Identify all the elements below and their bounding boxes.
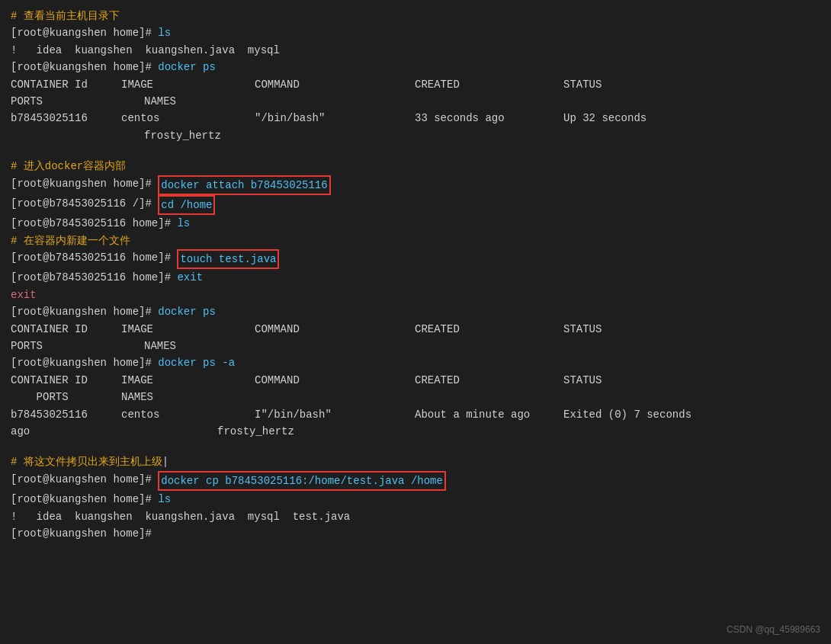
data-created-1: 33 seconds ago: [415, 110, 563, 127]
terminal: # 查看当前主机目录下 [root@kuangshen home]# ls ! …: [11, 8, 820, 542]
data-container-id-2: b78453025116: [11, 406, 121, 423]
line-ls-2: [root@b78453025116 home]# ls: [11, 215, 820, 232]
data-ports-1: [11, 127, 144, 144]
cmd-docker-ps-a: docker ps -a: [158, 354, 235, 371]
table-header-1: CONTAINER IdIMAGECOMMANDCREATEDSTATUS: [11, 76, 820, 93]
cmd-cd-home: cd /home: [161, 199, 212, 211]
highlight-touch: touch test.java: [177, 249, 279, 269]
col-hdr-names-2: NAMES: [144, 338, 176, 354]
col-hdr-ports-3: PORTS: [11, 389, 121, 405]
prompt-3: [root@kuangshen home]#: [11, 175, 158, 195]
data-names-1: frosty_hertz: [144, 127, 221, 144]
col-hdr-status-3: STATUS: [563, 372, 602, 389]
col-hdr-status-2: STATUS: [563, 321, 602, 338]
prompt-10: [root@kuangshen home]#: [11, 471, 158, 491]
table-data-row-2: b78453025116centosI"/bin/bash"About a mi…: [11, 406, 820, 423]
col-hdr-container-id-3: CONTAINER ID: [11, 372, 121, 389]
line-cd-home: [root@b78453025116 /]# cd /home: [11, 195, 820, 215]
data-names-2: frosty_hertz: [121, 423, 294, 440]
ls-output: ! idea kuangshen kuangshen.java mysql: [11, 42, 280, 59]
comment-2: # 进入docker容器内部: [11, 158, 126, 175]
cmd-docker-ps-1: docker ps: [158, 59, 216, 75]
data-status-2: Exited (0) 7 seconds: [563, 406, 691, 423]
prompt-8: [root@kuangshen home]#: [11, 303, 158, 320]
ls-3-output: ! idea kuangshen kuangshen.java mysql te…: [11, 508, 350, 525]
col-hdr-status-1: STATUS: [563, 76, 602, 93]
data-container-id-1: b78453025116: [11, 110, 121, 127]
line-comment3: # 在容器内新建一个文件: [11, 232, 820, 249]
line-docker-cp: [root@kuangshen home]# docker cp b784530…: [11, 471, 820, 491]
table-subheader-3: PORTSNAMES: [11, 389, 820, 405]
prompt-2: [root@kuangshen home]#: [11, 59, 158, 75]
line-docker-ps-1: [root@kuangshen home]# docker ps: [11, 59, 820, 75]
cmd-ls: ls: [158, 24, 171, 41]
table-subheader-2: PORTSNAMES: [11, 338, 820, 354]
table-subheader-1: PORTSNAMES: [11, 93, 820, 110]
col-hdr-names-1: NAMES: [144, 93, 176, 110]
data-command-2: I"/bin/bash": [255, 406, 415, 423]
exit-output: exit: [11, 287, 37, 303]
col-hdr-command-3: COMMAND: [255, 372, 415, 389]
prompt-7: [root@b78453025116 home]#: [11, 269, 177, 286]
line-ls-3-output: ! idea kuangshen kuangshen.java mysql te…: [11, 508, 820, 525]
col-hdr-created-3: CREATED: [415, 372, 563, 389]
line-exit-output: exit: [11, 287, 820, 303]
cmd-ls-3: ls: [158, 491, 171, 508]
cmd-touch: touch test.java: [180, 253, 276, 265]
data-image-1: centos: [121, 110, 255, 127]
prompt-6: [root@b78453025116 home]#: [11, 249, 177, 269]
prompt-9: [root@kuangshen home]#: [11, 354, 158, 371]
data-status-1: Up 32 seconds: [563, 110, 647, 127]
line-comment4: # 将这文件拷贝出来到主机上级|: [11, 453, 820, 470]
table-data-row-1: b78453025116centos"/bin/bash"33 seconds …: [11, 110, 820, 127]
comment-1: # 查看当前主机目录下: [11, 8, 120, 24]
cursor: |: [162, 453, 168, 470]
table-data-row-2-sub: ago frosty_hertz: [11, 423, 820, 440]
data-command-1: "/bin/bash": [255, 110, 415, 127]
line-docker-ps-2: [root@kuangshen home]# docker ps: [11, 303, 820, 320]
comment-4: # 将这文件拷贝出来到主机上级: [11, 453, 162, 470]
line-final-prompt: [root@kuangshen home]#: [11, 525, 820, 542]
blank-1: [11, 144, 820, 158]
col-hdr-ports-2: PORTS: [11, 338, 144, 354]
blank-2: [11, 440, 820, 453]
highlight-cd-home: cd /home: [158, 195, 215, 215]
data-created-2: About a minute ago: [415, 406, 563, 423]
watermark: CSDN @qq_45989663: [727, 624, 820, 635]
highlight-docker-cp: docker cp b78453025116:/home/test.java /…: [158, 471, 446, 491]
highlight-docker-attach: docker attach b78453025116: [158, 175, 330, 195]
line-ls-output: ! idea kuangshen kuangshen.java mysql: [11, 42, 820, 59]
col-hdr-image-1: IMAGE: [121, 76, 255, 93]
line-comment1: # 查看当前主机目录下: [11, 8, 820, 24]
col-hdr-image-2: IMAGE: [121, 321, 255, 338]
cmd-exit: exit: [177, 269, 203, 286]
table-header-3: CONTAINER IDIMAGECOMMANDCREATEDSTATUS: [11, 372, 820, 389]
prompt-5: [root@b78453025116 home]#: [11, 215, 177, 232]
line-ls-3: [root@kuangshen home]# ls: [11, 491, 820, 508]
cmd-ls-2: ls: [177, 215, 190, 232]
line-comment2: # 进入docker容器内部: [11, 158, 820, 175]
comment-3: # 在容器内新建一个文件: [11, 232, 130, 249]
data-ports-2: ago: [11, 423, 121, 440]
col-hdr-names-3: NAMES: [121, 389, 153, 405]
col-hdr-command-2: COMMAND: [255, 321, 415, 338]
cmd-docker-attach: docker attach b78453025116: [161, 179, 327, 191]
col-hdr-container-id-2: CONTAINER ID: [11, 321, 121, 338]
line-ls: [root@kuangshen home]# ls: [11, 24, 820, 41]
cmd-docker-cp: docker cp b78453025116:/home/test.java /…: [161, 475, 443, 487]
col-hdr-container-id-1: CONTAINER Id: [11, 76, 121, 93]
col-hdr-created-1: CREATED: [415, 76, 563, 93]
col-hdr-ports-1: PORTS: [11, 93, 144, 110]
data-image-2: centos: [121, 406, 255, 423]
table-header-2: CONTAINER IDIMAGECOMMANDCREATEDSTATUS: [11, 321, 820, 338]
line-exit-cmd: [root@b78453025116 home]# exit: [11, 269, 820, 286]
prompt-1: [root@kuangshen home]#: [11, 24, 158, 41]
prompt-11: [root@kuangshen home]#: [11, 491, 158, 508]
col-hdr-image-3: IMAGE: [121, 372, 255, 389]
table-data-row-1-sub: frosty_hertz: [11, 127, 820, 144]
col-hdr-created-2: CREATED: [415, 321, 563, 338]
prompt-12: [root@kuangshen home]#: [11, 525, 158, 542]
line-touch: [root@b78453025116 home]# touch test.jav…: [11, 249, 820, 269]
col-hdr-command-1: COMMAND: [255, 76, 415, 93]
cmd-docker-ps-2: docker ps: [158, 303, 216, 320]
